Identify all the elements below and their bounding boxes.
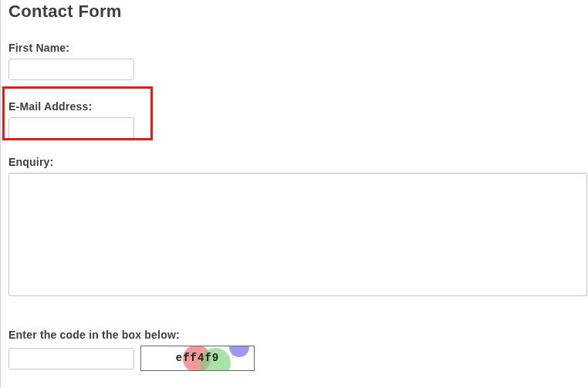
contact-form-page: Contact Form First Name: E-Mail Address:… bbox=[0, 0, 588, 388]
first-name-input[interactable] bbox=[8, 59, 134, 80]
captcha-code-text: eff4f9 bbox=[141, 352, 254, 364]
email-group: E-Mail Address: bbox=[1, 100, 588, 139]
enquiry-group: Enquiry: bbox=[1, 156, 588, 299]
first-name-group: First Name: bbox=[1, 42, 588, 80]
enquiry-label: Enquiry: bbox=[8, 156, 588, 168]
captcha-label: Enter the code in the box below: bbox=[8, 329, 588, 341]
enquiry-textarea[interactable] bbox=[8, 173, 587, 296]
captcha-row: eff4f9 bbox=[8, 346, 588, 371]
captcha-group: Enter the code in the box below: eff4f9 bbox=[1, 329, 588, 371]
first-name-label: First Name: bbox=[8, 42, 588, 54]
page-title: Contact Form bbox=[1, 0, 588, 22]
captcha-image: eff4f9 bbox=[140, 346, 255, 371]
email-input[interactable] bbox=[8, 117, 134, 139]
email-label: E-Mail Address: bbox=[8, 100, 588, 113]
captcha-input[interactable] bbox=[8, 348, 134, 369]
